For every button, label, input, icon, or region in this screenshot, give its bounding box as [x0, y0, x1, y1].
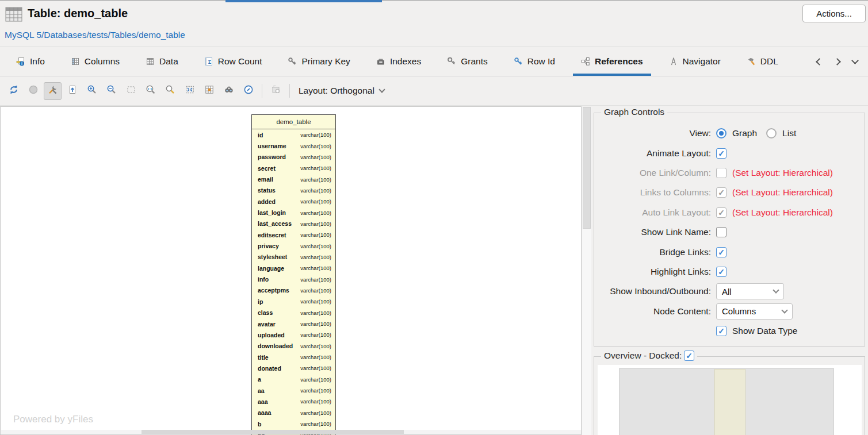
checkbox-bridge-links[interactable]: ✓ — [716, 247, 726, 257]
overview-node-miniature — [714, 369, 745, 435]
scroll-right-icon[interactable] — [833, 58, 841, 66]
tab-label: Info — [30, 56, 45, 67]
vertical-scrollbar[interactable] — [582, 107, 591, 435]
checkbox-one-link-column[interactable] — [716, 168, 726, 178]
tools-button[interactable] — [44, 82, 62, 100]
stop-button[interactable] — [24, 82, 42, 100]
export-image-button[interactable] — [63, 82, 81, 100]
zoom-out-button[interactable] — [102, 82, 120, 100]
checkbox-show-link-name[interactable] — [716, 227, 726, 237]
graph-controls-panel: Graph Controls View:GraphListAnimate Lay… — [592, 106, 868, 435]
table-row: emailvarchar(100) — [252, 174, 335, 184]
table-node-body: idvarchar(100)usernamevarchar(100)passwo… — [252, 129, 335, 435]
tab-indexes[interactable]: Indexes — [376, 47, 421, 76]
navigate-button[interactable] — [239, 82, 257, 100]
tab-references[interactable]: References — [581, 47, 643, 76]
tab-row-count[interactable]: ΣRow Count — [204, 47, 262, 76]
column-name: added — [258, 198, 276, 205]
hierarchical-note: (Set Layout: Hierarchical) — [732, 207, 833, 218]
fit-graph-button[interactable] — [181, 82, 198, 100]
tab-ddl[interactable]: DDL — [747, 47, 778, 76]
select-show-inbound-outbound[interactable]: All — [716, 283, 784, 299]
tab-primary-key[interactable]: Primary Key — [288, 47, 350, 76]
control-content: ✓Show Data Type — [716, 326, 797, 336]
checkbox-animate-layout[interactable]: ✓ — [716, 148, 726, 159]
tab-columns[interactable]: Columns — [71, 47, 120, 76]
graph-canvas[interactable]: demo_table idvarchar(100)usernamevarchar… — [0, 106, 582, 435]
column-type: varchar(100) — [300, 332, 331, 338]
control-label: Animate Layout: — [594, 148, 716, 159]
radio-graph[interactable] — [716, 128, 726, 138]
radio-label-graph: Graph — [732, 128, 757, 138]
tab-label: Indexes — [390, 56, 421, 67]
scroll-left-icon[interactable] — [816, 58, 823, 66]
table-row: idvarchar(100) — [252, 129, 335, 140]
tab-bar: iInfoColumnsDataΣRow CountPrimary KeyInd… — [0, 47, 868, 76]
tab-grants[interactable]: Grants — [447, 47, 488, 76]
column-type: varchar(100) — [300, 354, 331, 360]
zoom-in-button[interactable] — [83, 82, 101, 100]
info-icon: i — [16, 57, 25, 66]
table-row: uploadedvarchar(100) — [252, 329, 335, 340]
chevron-down-icon — [378, 86, 385, 93]
tab-list-icon[interactable] — [851, 57, 859, 64]
zoom-region-button[interactable] — [161, 82, 179, 100]
radio-label-list: List — [782, 128, 796, 138]
table-row: addedvarchar(100) — [252, 196, 335, 207]
column-type: varchar(100) — [300, 410, 331, 416]
table-row: ipvarchar(100) — [252, 296, 335, 307]
column-name: aaa — [258, 398, 268, 405]
hierarchical-note: (Set Layout: Hierarchical) — [732, 168, 833, 178]
horizontal-scrollbar-thumb[interactable] — [142, 430, 404, 434]
overview-viewport[interactable] — [598, 365, 862, 435]
top-strip — [0, 0, 868, 2]
vertical-scrollbar-thumb[interactable] — [583, 107, 591, 229]
columns-icon — [71, 57, 80, 66]
overview-button[interactable] — [220, 82, 238, 100]
control-content: ✓ — [716, 247, 726, 257]
table-node[interactable]: demo_table idvarchar(100)usernamevarchar… — [251, 114, 336, 435]
tab-info[interactable]: iInfo — [16, 47, 45, 76]
column-type: varchar(100) — [300, 165, 331, 171]
primary-key-icon — [288, 57, 297, 66]
grid-button[interactable] — [200, 82, 218, 100]
zoom-out-icon — [106, 84, 117, 97]
tab-label: DDL — [760, 56, 778, 67]
checkbox-auto-link-layout[interactable]: ✓ — [716, 207, 726, 218]
zoom-region-icon — [165, 84, 175, 97]
column-name: info — [258, 276, 269, 283]
marquee-zoom-button[interactable] — [122, 82, 140, 100]
tab-data[interactable]: Data — [146, 47, 178, 76]
table-node-title: demo_table — [252, 115, 335, 129]
column-name: privacy — [258, 242, 279, 249]
navigate-icon — [243, 84, 254, 97]
toolbar-separator — [289, 84, 290, 98]
control-label: View: — [594, 128, 716, 138]
control-label: Highlight Links: — [594, 267, 716, 277]
tab-row-id[interactable]: Row Id — [514, 47, 555, 76]
horizontal-scrollbar[interactable] — [1, 430, 581, 434]
tab-label: Data — [159, 56, 178, 67]
select-node-content[interactable]: Columns — [716, 303, 793, 319]
refresh-button[interactable] — [5, 82, 22, 100]
tab-label: Grants — [461, 56, 488, 67]
checkbox-show-data-type[interactable]: ✓ — [716, 326, 726, 336]
tab-label: Navigator — [683, 56, 721, 67]
overview-docked-checkbox[interactable]: ✓ — [684, 351, 694, 361]
breadcrumb[interactable]: MySQL 5/Databases/tests/Tables/demo_tabl… — [5, 30, 185, 40]
checkbox-highlight-links[interactable]: ✓ — [716, 267, 726, 277]
hierarchical-note: (Set Layout: Hierarchical) — [732, 187, 833, 198]
control-row: One Link/Column:(Set Layout: Hierarchica… — [594, 163, 865, 183]
layout-dropdown[interactable]: Layout: Orthogonal — [299, 86, 384, 96]
column-type: varchar(100) — [300, 176, 331, 183]
control-row: Animate Layout:✓ — [594, 143, 865, 163]
tab-navigator[interactable]: Navigator — [669, 47, 721, 76]
column-type: varchar(100) — [300, 365, 331, 371]
overview-title: Overview - Docked: — [604, 351, 682, 361]
radio-list[interactable] — [766, 128, 777, 138]
actions-button[interactable]: Actions... — [802, 5, 866, 22]
zoom-actual-button[interactable]: 1:1 — [142, 82, 159, 100]
checkbox-links-to-columns[interactable]: ✓ — [716, 187, 726, 198]
tab-label: Primary Key — [301, 56, 350, 67]
capture-button[interactable] — [267, 82, 285, 100]
